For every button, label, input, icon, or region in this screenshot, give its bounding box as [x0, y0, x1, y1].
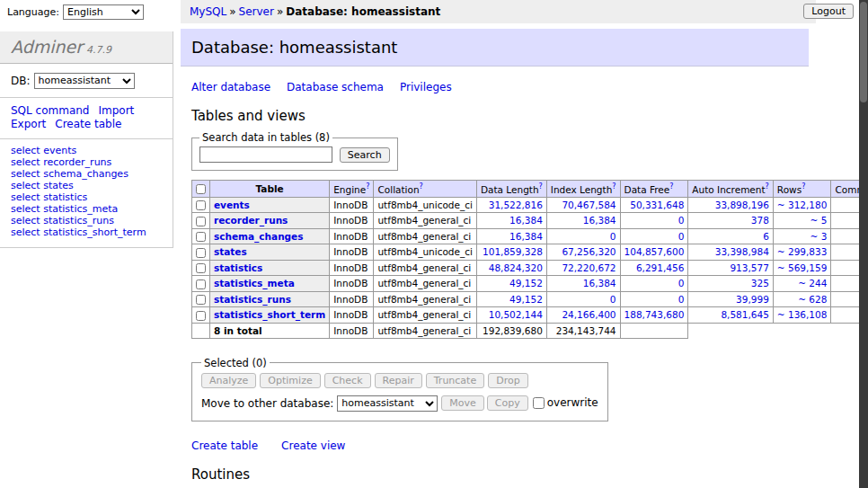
sidebar-select-events[interactable]: select events [11, 146, 162, 157]
scrollbar[interactable] [859, 0, 868, 488]
rows-count-link[interactable]: ~ 569,159 [777, 262, 828, 273]
rows-count-link[interactable]: ~ 312,180 [777, 200, 828, 210]
link-create-view[interactable]: Create view [281, 439, 345, 452]
data-free-link[interactable]: 0 [678, 278, 685, 288]
sidebar-select-states[interactable]: select states [11, 181, 162, 192]
data-length-link[interactable]: 49,152 [509, 278, 543, 288]
table-link-schema-changes[interactable]: schema_changes [214, 231, 304, 242]
link-create-table[interactable]: Create table [191, 439, 258, 452]
sidebar-select-statistics-short-term[interactable]: select statistics_short_term [11, 227, 162, 239]
data-length-link[interactable]: 16,384 [509, 231, 543, 242]
overwrite-checkbox[interactable] [533, 397, 545, 409]
link-privileges[interactable]: Privileges [400, 81, 452, 93]
auto-increment-link[interactable]: 325 [751, 278, 769, 288]
auto-increment-link[interactable]: 6 [763, 231, 769, 242]
table-link-statistics[interactable]: statistics [214, 262, 262, 273]
data-free-link[interactable]: 0 [678, 215, 685, 226]
data-free-link[interactable]: 188,743,680 [624, 309, 685, 320]
data-length-link[interactable]: 49,152 [509, 294, 543, 305]
breadcrumb-link-server[interactable]: Server [239, 5, 274, 18]
rows-count-link[interactable]: ~ 5 [810, 215, 828, 226]
auto-increment-link[interactable]: 33,398,984 [715, 246, 769, 257]
row-checkbox[interactable] [196, 217, 206, 226]
sidebar-select-statistics-meta[interactable]: select statistics_meta [11, 204, 162, 216]
db-select[interactable]: homeassistant [34, 73, 135, 89]
rows-count-link[interactable]: ~ 299,833 [777, 246, 828, 257]
row-checkbox[interactable] [196, 279, 206, 289]
data-length-link[interactable]: 16,384 [509, 215, 543, 226]
move-db-select[interactable]: homeassistant [337, 395, 438, 412]
rows-count-link[interactable]: ~ 136,108 [777, 309, 828, 320]
rows-count-link[interactable]: ~ 628 [798, 294, 827, 305]
index-length-link[interactable]: 0 [610, 294, 616, 305]
index-length-link[interactable]: 72,220,672 [562, 262, 616, 273]
sidebar-select-statistics[interactable]: select statistics [11, 192, 162, 204]
search-input[interactable] [199, 146, 332, 163]
check-button[interactable]: Check [324, 373, 371, 388]
data-free-link[interactable]: 0 [678, 294, 685, 305]
sidebar-link-import[interactable]: Import [98, 104, 134, 117]
table-link-states[interactable]: states [214, 246, 247, 257]
copy-button[interactable]: Copy [487, 395, 528, 411]
data-free-link[interactable]: 104,857,600 [624, 246, 685, 257]
sidebar-select-statistics-runs[interactable]: select statistics_runs [11, 216, 162, 227]
help-link[interactable]: ? [766, 182, 769, 191]
help-link[interactable]: ? [539, 182, 543, 191]
row-checkbox[interactable] [196, 232, 206, 242]
link-database-schema[interactable]: Database schema [287, 81, 384, 93]
breadcrumb-link-mysql[interactable]: MySQL [190, 5, 226, 18]
row-checkbox[interactable] [196, 295, 206, 305]
scrollbar-thumb[interactable] [860, 2, 867, 102]
repair-button[interactable]: Repair [375, 373, 422, 388]
analyze-button[interactable]: Analyze [201, 373, 256, 388]
overwrite-option[interactable]: overwrite [533, 396, 598, 409]
sidebar-link-sql-command[interactable]: SQL command [11, 104, 89, 117]
drop-button[interactable]: Drop [488, 373, 527, 388]
help-link[interactable]: ? [669, 182, 673, 191]
data-length-link[interactable]: 31,522,816 [489, 200, 543, 210]
data-free-link[interactable]: 50,331,648 [630, 200, 684, 210]
auto-increment-link[interactable]: 8,581,645 [721, 309, 768, 320]
move-button[interactable]: Move [441, 395, 484, 411]
language-select[interactable]: English [63, 4, 144, 20]
sidebar-select-recorder-runs[interactable]: select recorder_runs [11, 157, 162, 169]
row-checkbox[interactable] [196, 200, 206, 210]
sidebar-link-export[interactable]: Export [11, 118, 46, 130]
optimize-button[interactable]: Optimize [260, 373, 320, 388]
index-length-link[interactable]: 0 [610, 231, 616, 242]
data-free-link[interactable]: 6,291,456 [636, 262, 684, 273]
rows-count-link[interactable]: ~ 244 [798, 278, 827, 288]
sidebar-select-schema-changes[interactable]: select schema_changes [11, 169, 162, 181]
index-length-link[interactable]: 70,467,584 [562, 200, 616, 210]
row-checkbox[interactable] [196, 311, 206, 321]
help-link[interactable]: ? [802, 182, 805, 191]
table-link-statistics-meta[interactable]: statistics_meta [214, 278, 295, 288]
index-length-link[interactable]: 67,256,320 [562, 246, 616, 257]
logout-button[interactable]: Logout [803, 4, 854, 19]
table-link-statistics-runs[interactable]: statistics_runs [214, 294, 291, 305]
data-free-link[interactable]: 0 [678, 231, 685, 242]
help-link[interactable]: ? [366, 182, 369, 191]
data-length-link[interactable]: 48,824,320 [489, 262, 543, 273]
table-link-statistics-short-term[interactable]: statistics_short_term [214, 309, 325, 320]
index-length-link[interactable]: 24,166,400 [562, 309, 616, 320]
search-button[interactable]: Search [340, 147, 390, 163]
sidebar-link-create-table[interactable]: Create table [55, 118, 121, 130]
data-length-link[interactable]: 101,859,328 [483, 246, 543, 257]
truncate-button[interactable]: Truncate [426, 373, 484, 388]
help-link[interactable]: ? [420, 182, 423, 191]
auto-increment-link[interactable]: 913,577 [730, 262, 768, 273]
data-length-link[interactable]: 10,502,144 [489, 309, 543, 320]
table-link-recorder-runs[interactable]: recorder_runs [214, 215, 288, 226]
auto-increment-link[interactable]: 33,898,196 [715, 200, 769, 210]
rows-count-link[interactable]: ~ 3 [810, 231, 828, 242]
auto-increment-link[interactable]: 39,999 [736, 294, 769, 305]
auto-increment-link[interactable]: 378 [751, 215, 769, 226]
row-checkbox[interactable] [196, 248, 206, 258]
link-alter-database[interactable]: Alter database [191, 81, 270, 93]
index-length-link[interactable]: 16,384 [583, 215, 616, 226]
index-length-link[interactable]: 16,384 [583, 278, 616, 288]
select-all-checkbox[interactable] [196, 184, 206, 194]
row-checkbox[interactable] [196, 263, 206, 273]
help-link[interactable]: ? [612, 182, 616, 191]
